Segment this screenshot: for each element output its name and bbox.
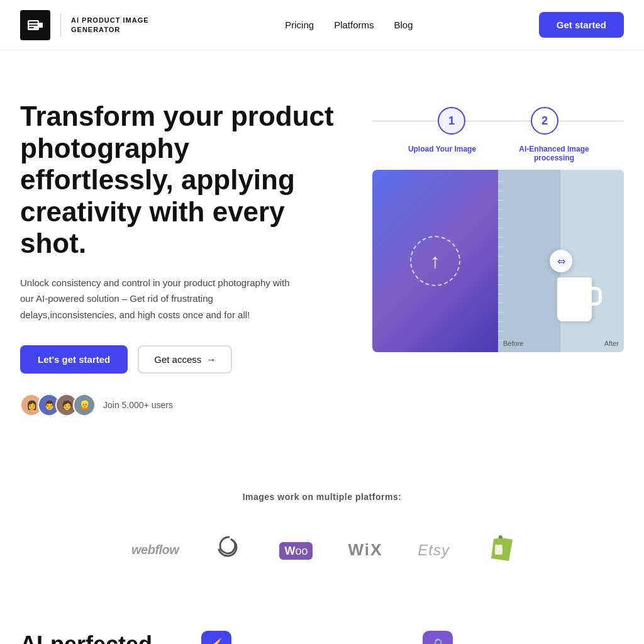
platforms-logos: webflow Woo WiX Etsy — [20, 532, 624, 568]
svg-rect-1 — [39, 23, 43, 28]
mug-shape — [557, 277, 601, 334]
platform-woo[interactable]: Woo — [279, 542, 313, 558]
svg-rect-5 — [495, 545, 502, 555]
svg-rect-2 — [29, 21, 38, 23]
hero-right: 1 2 Upload Your Image AI-Enhanced Image … — [372, 101, 624, 352]
platforms-section: Images work on multiple platforms: webfl… — [0, 454, 644, 606]
ruler-mark — [498, 321, 503, 322]
hero-secondary-label: Get access — [154, 354, 201, 365]
step-line-left — [372, 121, 438, 121]
ruler-mark — [498, 284, 503, 285]
nav-links: Pricing Platforms Blog — [285, 19, 413, 30]
nav-link-platforms[interactable]: Platforms — [334, 19, 374, 30]
step-1-circle: 1 — [438, 107, 465, 135]
steps-images: ↑ Before After — [372, 170, 624, 352]
platform-wix[interactable]: WiX — [348, 540, 382, 560]
arrow-icon: → — [206, 354, 216, 365]
feature-card-fast: ⚡ Fast Product Image Turnaround Quick ph… — [201, 631, 402, 644]
avatar: 👱 — [73, 394, 96, 416]
ruler-marks — [498, 170, 503, 352]
upload-panel[interactable]: ↑ — [372, 170, 498, 352]
navbar: AI PRODUCT IMAGE GENERATOR Pricing Platf… — [0, 0, 644, 50]
ruler-mark — [498, 340, 503, 341]
avatar-group: 👩 👨 🧑 👱 — [20, 394, 96, 416]
step-2-label: AI-Enhanced Image processing — [498, 145, 610, 162]
upload-circle: ↑ — [410, 236, 460, 286]
nav-brand-text: AI PRODUCT IMAGE GENERATOR — [71, 16, 159, 34]
before-after-handle[interactable]: ⇔ — [550, 250, 572, 272]
mug-handle — [591, 287, 602, 306]
feature-icon-fast: ⚡ — [201, 631, 231, 644]
hero-actions: Let's get started Get access → — [20, 345, 347, 374]
ruler-mark — [498, 331, 503, 331]
logo-icon — [20, 10, 50, 40]
ruler-mark — [498, 247, 503, 247]
steps-header: 1 2 — [372, 107, 624, 135]
hero-social-proof: 👩 👨 🧑 👱 Join 5.000+ users — [20, 394, 347, 416]
platform-etsy[interactable]: Etsy — [418, 541, 450, 559]
after-label: After — [604, 340, 619, 347]
ruler-mark — [498, 228, 503, 228]
ruler-mark — [498, 237, 503, 238]
steps-labels: Upload Your Image AI-Enhanced Image proc… — [372, 145, 624, 162]
step-2-circle: 2 — [531, 107, 558, 135]
ruler-mark — [498, 265, 503, 266]
svg-rect-4 — [29, 27, 34, 28]
ruler-mark — [498, 294, 503, 294]
ruler-mark — [498, 275, 503, 275]
logo-area: AI PRODUCT IMAGE GENERATOR — [20, 10, 159, 40]
platform-webflow[interactable]: webflow — [131, 543, 179, 557]
mug-body — [557, 277, 592, 321]
hero-primary-button[interactable]: Let's get started — [20, 345, 128, 374]
nav-link-blog[interactable]: Blog — [394, 19, 413, 30]
features-section-title: AI-perfected product photography — [20, 631, 171, 644]
feature-card-brand: 🔒 Improved Brand Image High-quality prod… — [423, 631, 624, 644]
step-1-label: Upload Your Image — [386, 145, 498, 162]
nav-divider — [60, 14, 61, 36]
hero-left: Transform your product photography effor… — [20, 101, 347, 416]
before-label: Before — [503, 340, 523, 347]
ruler-mark — [498, 256, 503, 257]
ruler-mark — [498, 218, 503, 219]
feature-icon-brand: 🔒 — [423, 631, 453, 644]
ruler-mark — [498, 200, 503, 201]
step-line-right — [558, 121, 624, 121]
svg-rect-3 — [29, 25, 38, 26]
before-after-panel: Before After — [498, 170, 624, 352]
features-cards: ⚡ Fast Product Image Turnaround Quick ph… — [201, 631, 624, 644]
ruler-mark — [498, 209, 503, 210]
platform-squarespace[interactable] — [214, 532, 244, 568]
ruler-mark — [498, 303, 503, 303]
step-line-middle — [465, 121, 531, 121]
nav-link-pricing[interactable]: Pricing — [285, 19, 314, 30]
platforms-title: Images work on multiple platforms: — [20, 492, 624, 502]
features-left: AI-perfected product photography — [20, 631, 171, 644]
social-proof-text: Join 5.000+ users — [103, 400, 173, 410]
features-section: AI-perfected product photography ⚡ Fast … — [0, 606, 644, 644]
nav-cta-button[interactable]: Get started — [539, 12, 624, 38]
upload-icon: ↑ — [430, 250, 440, 273]
hero-section: Transform your product photography effor… — [0, 50, 644, 454]
hero-secondary-button[interactable]: Get access → — [138, 345, 232, 374]
platform-shopify[interactable] — [485, 533, 513, 567]
ruler-mark — [498, 181, 503, 182]
ruler-mark — [498, 312, 503, 313]
hero-subtitle: Unlock consistency and control in your p… — [20, 275, 297, 323]
ruler-mark — [498, 191, 503, 191]
hero-title: Transform your product photography effor… — [20, 101, 347, 260]
